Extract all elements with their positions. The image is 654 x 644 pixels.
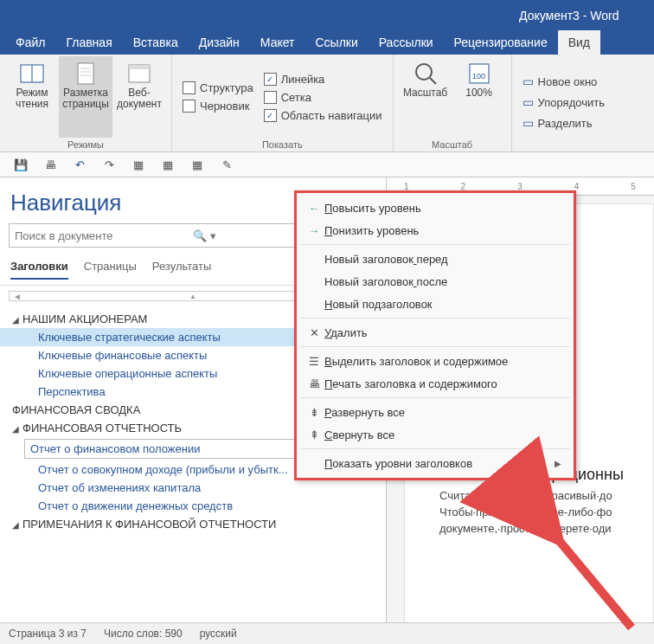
context-menu-item[interactable]: Показать уровни заголовков▶ — [297, 452, 574, 474]
menu-view[interactable]: Вид — [558, 30, 600, 55]
web-layout-button[interactable]: Веб- документ — [112, 56, 166, 138]
menu-item-icon: ☰ — [304, 355, 324, 368]
doc-paragraph: документе,·просто·выберете·оди — [439, 522, 653, 535]
context-menu-item[interactable]: 🖶Печать заголовка и содержимого — [297, 372, 574, 395]
tree-item[interactable]: ◢ПРИМЕЧАНИЯ К ФИНАНСОВОЙ ОТЧЕТНОСТИ — [0, 515, 386, 533]
menu-review[interactable]: Рецензирование — [444, 35, 558, 49]
context-menu-item[interactable]: Новый заголовок после — [297, 270, 574, 293]
menu-item-label: Выделить заголовок и содержимое — [324, 355, 561, 368]
svg-rect-2 — [78, 63, 93, 84]
menu-item-label: Новый подзаголовок — [324, 298, 561, 311]
context-menu-item[interactable]: ✕Удалить — [297, 321, 574, 344]
context-menu-item[interactable]: Новый заголовок перед — [297, 248, 574, 270]
ribbon-group-show: Структура Черновик ✓Линейка Сетка ✓Облас… — [172, 55, 394, 151]
menu-item-icon: ✕ — [304, 326, 324, 339]
grid-checkbox[interactable]: Сетка — [264, 91, 382, 104]
zoom-100-button[interactable]: 100100% — [452, 56, 506, 138]
split-button[interactable]: ▭Разделить — [523, 116, 605, 130]
tab-headings[interactable]: Заголовки — [10, 260, 68, 280]
table2-icon[interactable]: ▦ — [159, 156, 176, 173]
menu-item-label: Удалить — [324, 326, 561, 339]
zoom-icon — [412, 60, 439, 87]
page-layout-button[interactable]: Разметка страницы — [59, 56, 112, 138]
context-menu-item[interactable]: ☰Выделить заголовок и содержимое — [297, 350, 574, 372]
menu-item-icon: 🖶 — [304, 377, 324, 390]
new-window-icon: ▭ — [523, 74, 534, 88]
menu-item-label: Развернуть все — [324, 406, 561, 419]
menu-bar: Файл Главная Вставка Дизайн Макет Ссылки… — [0, 30, 654, 55]
menu-item-label: Свернуть все — [324, 428, 561, 441]
window-title: Документ3 - Word — [519, 9, 619, 23]
status-words[interactable]: Число слов: 590 — [104, 628, 183, 640]
menu-item-icon: → — [304, 224, 324, 237]
page-layout-icon — [72, 60, 99, 87]
svg-text:100: 100 — [472, 72, 485, 80]
menu-item-label: Понизить уровень — [324, 224, 561, 237]
undo-icon[interactable]: ↶ — [71, 156, 88, 173]
ribbon-group-window: ▭Новое окно ▭Упорядочить ▭Разделить — [512, 55, 615, 151]
reading-mode-button[interactable]: Режим чтения — [5, 56, 59, 138]
menu-references[interactable]: Ссылки — [305, 35, 368, 49]
zoom-button[interactable]: Масштаб — [399, 56, 452, 138]
doc-paragraph: Чтобы·применить·какое-либо·фо — [439, 506, 653, 518]
menu-separator — [300, 397, 570, 398]
tab-pages[interactable]: Страницы — [84, 260, 137, 280]
context-menu-item[interactable]: →Понизить уровень — [297, 219, 574, 242]
zoom-100-icon: 100 — [465, 60, 493, 87]
reading-mode-icon — [18, 60, 46, 87]
status-page[interactable]: Страница 3 из 7 — [9, 628, 87, 640]
menu-separator — [300, 346, 570, 347]
web-layout-icon — [125, 60, 153, 87]
navpane-checkbox[interactable]: ✓Область навигации — [264, 109, 382, 122]
picture-icon[interactable]: ▦ — [189, 156, 206, 173]
menu-file[interactable]: Файл — [5, 35, 55, 49]
svg-point-8 — [416, 64, 432, 80]
tree-item[interactable]: Отчет о движении денежных средств — [0, 497, 386, 515]
ribbon-group-zoom: Масштаб 100100% Масштаб — [394, 55, 512, 151]
menu-item-icon: ⇟ — [304, 406, 324, 419]
ribbon-group-modes: Режим чтения Разметка страницы Веб- доку… — [0, 55, 172, 151]
menu-mailings[interactable]: Рассылки — [369, 35, 444, 49]
menu-design[interactable]: Дизайн — [189, 35, 250, 49]
context-menu-item[interactable]: ⇞Свернуть все — [297, 423, 574, 446]
context-menu-item[interactable]: ⇟Развернуть все — [297, 401, 574, 423]
ruler-checkbox[interactable]: ✓Линейка — [264, 73, 382, 86]
doc-paragraph: Считаете,·что·такой·красивый·до — [439, 489, 653, 502]
tab-results[interactable]: Результаты — [152, 260, 211, 280]
redo-icon[interactable]: ↷ — [100, 156, 118, 173]
table-icon[interactable]: ▦ — [130, 156, 147, 173]
menu-item-label: Показать уровни заголовков — [324, 457, 555, 470]
menu-separator — [300, 448, 570, 449]
draft-checkbox[interactable]: Черновик — [183, 100, 253, 113]
structure-checkbox[interactable]: Структура — [183, 81, 253, 94]
split-icon: ▭ — [523, 116, 534, 130]
menu-insert[interactable]: Вставка — [123, 35, 189, 49]
brush-icon[interactable]: ✎ — [218, 156, 235, 173]
menu-separator — [300, 244, 570, 245]
save-icon[interactable]: 💾 — [12, 156, 29, 173]
menu-item-label: Повысить уровень — [324, 202, 561, 215]
context-menu-item[interactable]: ←Повысить уровень — [297, 196, 574, 219]
menu-separator — [300, 318, 570, 319]
menu-item-icon: ⇞ — [304, 428, 324, 441]
submenu-arrow-icon: ▶ — [555, 459, 561, 468]
menu-item-label: Новый заголовок перед — [324, 253, 561, 266]
tree-item[interactable]: Отчет об изменениях капитала — [0, 479, 386, 497]
menu-item-label: Новый заголовок после — [324, 275, 561, 288]
menu-item-label: Печать заголовка и содержимого — [324, 377, 561, 390]
print-icon[interactable]: 🖶 — [42, 156, 59, 173]
new-window-button[interactable]: ▭Новое окно — [523, 74, 605, 88]
context-menu-item[interactable]: Новый подзаголовок — [297, 293, 574, 315]
menu-home[interactable]: Главная — [55, 35, 122, 49]
svg-line-9 — [430, 78, 436, 84]
menu-layout[interactable]: Макет — [250, 35, 305, 49]
title-bar: Документ3 - Word — [0, 0, 654, 30]
svg-rect-7 — [129, 65, 150, 69]
context-menu: ←Повысить уровень→Понизить уровеньНовый … — [294, 190, 576, 480]
ribbon: Режим чтения Разметка страницы Веб- доку… — [0, 55, 654, 152]
quick-access-toolbar: 💾 🖶 ↶ ↷ ▦ ▦ ▦ ✎ — [0, 152, 654, 177]
status-language[interactable]: русский — [200, 628, 237, 640]
arrange-button[interactable]: ▭Упорядочить — [523, 95, 605, 109]
menu-item-icon: ← — [304, 202, 324, 215]
arrange-icon: ▭ — [523, 95, 534, 109]
